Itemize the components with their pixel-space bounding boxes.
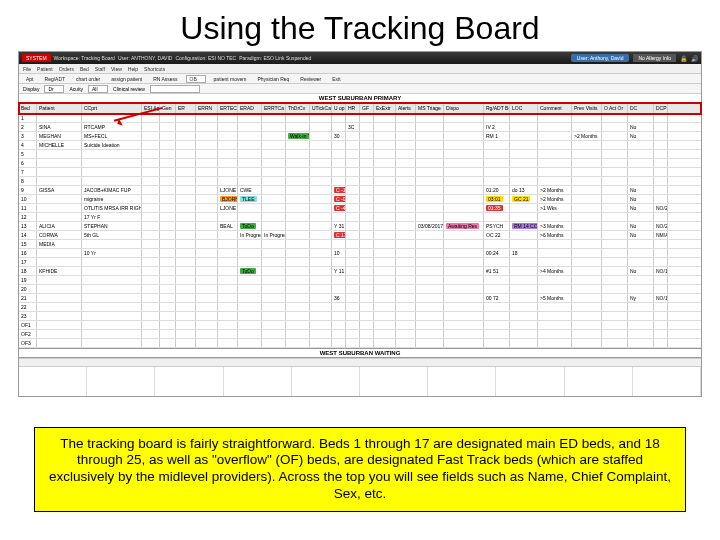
ob-field[interactable]: OB [186, 75, 206, 83]
table-row[interactable]: 11OTLITIS MRSA IRR RIGHTLJONEC -4001:35>… [19, 204, 701, 213]
btn-apt[interactable]: Apt [23, 76, 37, 82]
btn-exit[interactable]: Exit [329, 76, 343, 82]
cell-errn [218, 159, 238, 167]
table-row[interactable]: 18KFHIDEToDoY 11#1 51>4 MonthsNoNO/1 [19, 267, 701, 276]
table-row[interactable]: 6 [19, 159, 701, 168]
table-row[interactable]: 15MEDIA [19, 240, 701, 249]
table-row[interactable]: 9GISSAJACOB+KIMAC FUPLJONECWEC -1401:20d… [19, 186, 701, 195]
col-header[interactable]: DCP [654, 103, 668, 113]
btn-physician-req[interactable]: Physician Req [254, 76, 292, 82]
cell-oact [602, 339, 628, 347]
cell-gen [176, 231, 196, 239]
menu-patient[interactable]: Patient [37, 66, 53, 72]
acuity-select[interactable]: All [88, 85, 108, 93]
table-row[interactable]: OF3 [19, 339, 701, 348]
col-header[interactable]: GF [360, 103, 374, 113]
btn-reviewer[interactable]: Reviewer [297, 76, 324, 82]
table-row[interactable]: 22 [19, 303, 701, 312]
cell-loc [510, 267, 538, 275]
col-header[interactable]: ERRTCa [262, 103, 286, 113]
cell-erad [262, 294, 286, 302]
col-header[interactable]: Prev Visits [572, 103, 602, 113]
menu-orders[interactable]: Orders [59, 66, 74, 72]
user-pill[interactable]: User: Anthony, David [571, 54, 630, 62]
col-header[interactable]: ER [176, 103, 196, 113]
menu-staff[interactable]: Staff [95, 66, 105, 72]
col-header[interactable]: ERTECH [218, 103, 238, 113]
table-row[interactable]: 13ALICIASTEPHANBEALToDoY 3103/08/2017 12… [19, 222, 701, 231]
cell-comment [538, 321, 572, 329]
cell-rg [484, 285, 510, 293]
cell-rg: 00:24 [484, 249, 510, 257]
cell-dc [628, 249, 654, 257]
table-row[interactable]: 8 [19, 177, 701, 186]
table-row[interactable]: 17 [19, 258, 701, 267]
col-header[interactable]: MS Triage [416, 103, 444, 113]
btn-assign-patient[interactable]: assign patient [108, 76, 145, 82]
col-header[interactable]: Dispo [444, 103, 484, 113]
cell-dcp: NM/AL [654, 231, 668, 239]
cell-esi [142, 159, 160, 167]
cell-patient [37, 204, 82, 212]
btn-chart-order[interactable]: chart order [73, 76, 103, 82]
table-row[interactable]: OF1 [19, 321, 701, 330]
table-row[interactable]: 19 [19, 276, 701, 285]
cell-erad [262, 258, 286, 266]
table-row[interactable]: 2SINARTCAMP3CIV 2No [19, 123, 701, 132]
clinical-select[interactable] [150, 85, 200, 93]
col-header[interactable]: LOC [510, 103, 538, 113]
col-header[interactable]: Patient [37, 103, 82, 113]
col-header[interactable]: UTickCar [310, 103, 332, 113]
col-header[interactable]: CCprt [82, 103, 142, 113]
cell-bed: 6 [19, 159, 37, 167]
menu-bed[interactable]: Bed [80, 66, 89, 72]
table-row[interactable]: 1610 Yr1000:2418 [19, 249, 701, 258]
table-row[interactable]: 1217 Yr F [19, 213, 701, 222]
table-row[interactable]: 20 [19, 285, 701, 294]
display-select[interactable]: Dr [44, 85, 64, 93]
col-header[interactable]: Comment [538, 103, 572, 113]
table-row[interactable]: 5 [19, 150, 701, 159]
menu-help[interactable]: Help [128, 66, 138, 72]
table-row[interactable]: 14CORWA5th GLIn ProgressIn ProgressC 17O… [19, 231, 701, 240]
table-row[interactable]: 10migraineBJORNTLEEC -0603:01GC 21>2 Mon… [19, 195, 701, 204]
col-header[interactable]: Bed [19, 103, 37, 113]
btn-patient-movem[interactable]: patient movem [211, 76, 250, 82]
btn-rn-assess[interactable]: RN Assess [150, 76, 180, 82]
cell-esi [142, 276, 160, 284]
menu-file[interactable]: File [23, 66, 31, 72]
menu-view[interactable]: View [111, 66, 122, 72]
cell-prev [572, 222, 602, 230]
table-row[interactable]: 4MICHELLESuicide Ideation [19, 141, 701, 150]
col-header[interactable]: ESI Age [142, 103, 160, 113]
table-row[interactable]: 7 [19, 168, 701, 177]
cell-patient: ALICIA [37, 222, 82, 230]
col-header[interactable]: HR [346, 103, 360, 113]
col-header[interactable]: Alerts [396, 103, 416, 113]
table-row[interactable]: 213600 72>5 MonthsNyNO/1 [19, 294, 701, 303]
cell-gf [360, 249, 374, 257]
col-header[interactable]: ERRN [196, 103, 218, 113]
cell-er [196, 267, 218, 275]
table-row[interactable]: 3MEGHANMS+FECLWalk-in Transport30RM 1>2 … [19, 132, 701, 141]
col-header[interactable]: ThDrCv [286, 103, 310, 113]
cell-age [160, 204, 176, 212]
col-header[interactable]: Gen [160, 103, 176, 113]
speaker-icon[interactable]: 🔊 [691, 55, 698, 62]
col-header[interactable]: DC [628, 103, 654, 113]
cell-prev [572, 204, 602, 212]
col-header[interactable]: ERAD [238, 103, 262, 113]
lock-icon[interactable]: 🔒 [680, 55, 687, 62]
table-row[interactable]: 23 [19, 312, 701, 321]
cell-erad [262, 114, 286, 122]
col-header[interactable]: Rg/ADT Bed [484, 103, 510, 113]
btn-regadt[interactable]: Reg/ADT [42, 76, 69, 82]
col-header[interactable]: U op lev [332, 103, 346, 113]
table-row[interactable]: OF2 [19, 330, 701, 339]
system-button[interactable]: SYSTEM [22, 54, 51, 62]
menu-shortcuts[interactable]: Shortcuts [144, 66, 165, 72]
cell-esi [142, 294, 160, 302]
table-row[interactable]: 1 [19, 114, 701, 123]
col-header[interactable]: O Act Or [602, 103, 628, 113]
col-header[interactable]: ExExtr [374, 103, 396, 113]
